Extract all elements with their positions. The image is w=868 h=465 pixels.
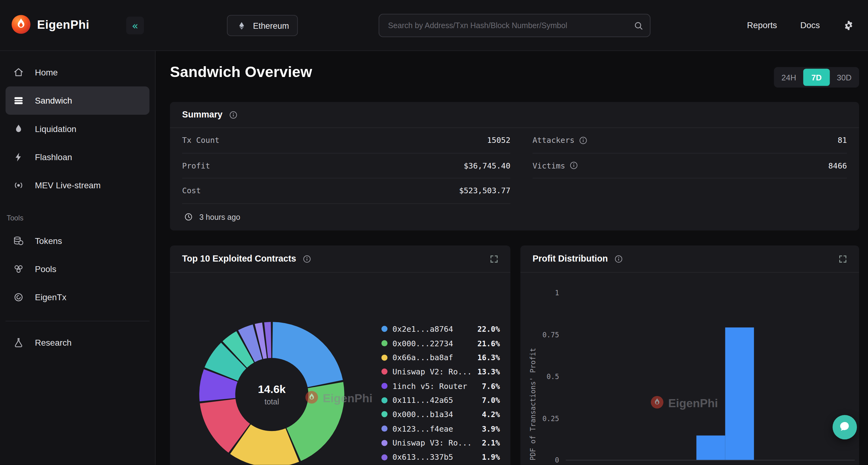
donut-slice-0x000-22734[interactable] [286, 382, 344, 461]
sidebar-item-eigentx[interactable]: EigenTx [6, 283, 150, 311]
profit-distribution-title: Profit Distribution [532, 254, 608, 264]
sidebar-item-liquidation[interactable]: Liquidation [6, 115, 150, 143]
expand-icon[interactable] [839, 255, 847, 263]
legend-color-dot [381, 426, 388, 432]
logo[interactable]: EigenPhi [11, 14, 89, 36]
histogram-bar[interactable] [696, 435, 725, 460]
info-icon[interactable] [569, 162, 578, 170]
legend-item-0x111-42a65[interactable]: 0x111...42a657.0% [381, 393, 500, 407]
sidebar-item-tokens[interactable]: Tokens [6, 227, 150, 255]
summary-row-profit: Profit$36,745.40 [182, 153, 510, 179]
legend-percentage: 3.9% [482, 424, 500, 433]
settings-gear-icon[interactable] [843, 20, 854, 31]
legend-color-dot [381, 369, 388, 375]
docs-link[interactable]: Docs [800, 20, 820, 30]
search-input[interactable] [379, 21, 627, 30]
donut-slice-0x2e1-a8764[interactable] [273, 322, 343, 387]
summary-card: Summary Tx Count15052Profit$36,745.40Cos… [170, 102, 859, 231]
eigentx-icon [12, 291, 24, 303]
legend-percentage: 22.0% [477, 325, 500, 333]
summary-body: Tx Count15052Profit$36,745.40Cost$523,50… [170, 128, 859, 204]
legend-item-0x123-f4eae[interactable]: 0x123...f4eae3.9% [381, 422, 500, 436]
time-range-7d[interactable]: 7D [803, 69, 830, 86]
time-range-24h[interactable]: 24H [776, 69, 802, 86]
sidebar-section-label: Tools [7, 214, 155, 222]
top10-title: Top 10 Exploited Contracts [182, 254, 296, 264]
page-title: Sandwich Overview [170, 64, 312, 81]
sidebar-item-label: Sandwich [35, 95, 72, 106]
sidebar-item-pools[interactable]: Pools [6, 255, 150, 283]
search-box [379, 14, 651, 37]
summary-value: $36,745.40 [464, 161, 510, 170]
eigenphi-flame-icon [11, 14, 31, 36]
legend-color-dot [381, 440, 388, 446]
summary-row-victims: Victims8466 [532, 153, 847, 179]
summary-label: Profit [182, 161, 210, 170]
profit-distribution-card: Profit Distribution PDF of Transactions'… [521, 245, 859, 465]
time-range-toggle: 24H7D30D [774, 67, 859, 87]
legend-percentage: 7.0% [482, 396, 500, 405]
sidebar-item-label: Liquidation [35, 124, 76, 134]
histogram-plot [566, 293, 855, 460]
pools-icon [12, 263, 24, 275]
summary-title: Summary [182, 110, 223, 120]
legend-item-uniswap-v2-ro[interactable]: Uniswap V2: Ro...13.3% [381, 365, 500, 379]
summary-value: 15052 [487, 136, 510, 145]
legend-item-1inch-v5-router[interactable]: 1inch v5: Router7.6% [381, 379, 500, 393]
top10-card-header: Top 10 Exploited Contracts [170, 245, 510, 273]
sidebar-main-nav: HomeSandwichLiquidationFlashloanMEV Live… [0, 58, 155, 199]
legend-item-0x2e1-a8764[interactable]: 0x2e1...a876422.0% [381, 322, 500, 336]
info-icon[interactable] [227, 109, 239, 121]
info-icon[interactable] [613, 253, 625, 265]
legend-item-uniswap-v3-ro[interactable]: Uniswap V3: Ro...2.1% [381, 436, 500, 450]
legend-label: 0x111...42a65 [393, 396, 482, 405]
header: EigenPhi « Ethereum Reports [0, 0, 868, 51]
legend-item-0x613-337b5[interactable]: 0x613...337b51.9% [381, 450, 500, 464]
sandwich-icon [12, 95, 24, 107]
y-axis-tick: 0.75 [521, 330, 559, 340]
sidebar-item-home[interactable]: Home [6, 58, 150, 86]
legend-color-dot [381, 397, 388, 404]
liquidation-icon [12, 123, 24, 135]
legend-item-0x66a-ba8af[interactable]: 0x66a...ba8af16.3% [381, 350, 500, 365]
ethereum-icon [236, 20, 247, 32]
legend-item-0x000-b1a34[interactable]: 0x000...b1a344.2% [381, 407, 500, 422]
home-icon [12, 66, 24, 78]
sidebar-item-research[interactable]: Research [6, 329, 150, 357]
sidebar-item-sandwich[interactable]: Sandwich [6, 87, 150, 115]
legend-label: 0x66a...ba8af [393, 353, 477, 362]
summary-label: Tx Count [182, 136, 220, 145]
network-selector[interactable]: Ethereum [227, 15, 298, 36]
time-range-30d[interactable]: 30D [831, 69, 858, 86]
info-icon[interactable] [579, 136, 587, 144]
histogram-bar[interactable] [725, 328, 754, 460]
expand-icon[interactable] [490, 255, 498, 263]
legend-label: 0x123...f4eae [393, 424, 482, 433]
legend-label: Uniswap V2: Ro... [393, 367, 477, 376]
legend-item-0x000-22734[interactable]: 0x000...2273421.6% [381, 336, 500, 350]
summary-row-cost: Cost$523,503.77 [182, 178, 510, 204]
summary-label: Victims [532, 161, 578, 170]
info-icon[interactable] [301, 253, 313, 265]
summary-label: Cost [182, 186, 201, 195]
live-stream-icon [12, 179, 24, 192]
legend-label: 1inch v5: Router [393, 381, 482, 390]
sidebar-item-label: Flashloan [35, 152, 72, 162]
legend-label: 0x2e1...a8764 [393, 325, 477, 333]
search-icon[interactable] [627, 21, 650, 30]
chat-button[interactable] [833, 415, 857, 439]
reports-link[interactable]: Reports [747, 20, 777, 30]
summary-left-column: Tx Count15052Profit$36,745.40Cost$523,50… [182, 128, 510, 204]
sidebar-item-label: Tokens [35, 236, 62, 246]
profit-card-header: Profit Distribution [521, 245, 859, 273]
sidebar-item-label: Pools [35, 264, 56, 274]
sidebar-item-label: EigenTx [35, 292, 66, 302]
sidebar-item-mev-live-stream[interactable]: MEV Live-stream [6, 171, 150, 199]
summary-row-attackers: Attackers81 [532, 128, 847, 153]
sidebar-item-flashloan[interactable]: Flashloan [6, 143, 150, 171]
sidebar-divider [6, 321, 150, 322]
sidebar-collapse-button[interactable]: « [126, 17, 144, 34]
legend-percentage: 7.6% [482, 381, 500, 390]
network-label: Ethereum [253, 21, 289, 30]
tokens-icon [12, 235, 24, 247]
